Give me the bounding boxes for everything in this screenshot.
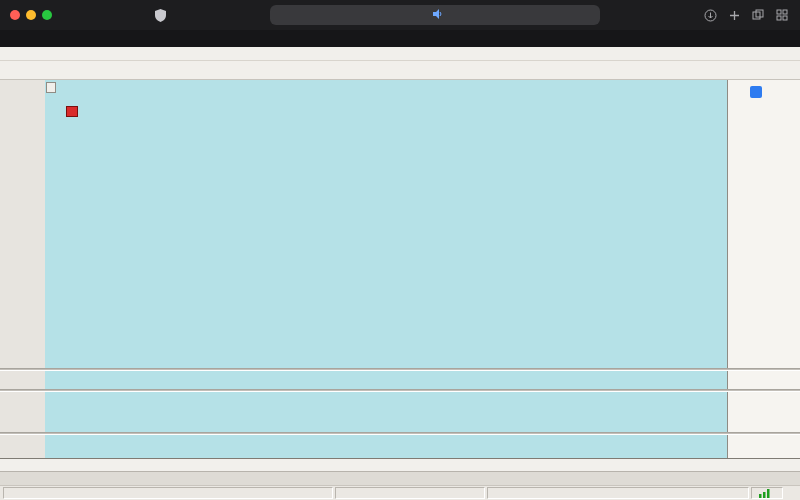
status-bar	[0, 485, 800, 500]
main-chart[interactable]	[45, 80, 727, 368]
downloads-icon[interactable]	[702, 7, 718, 23]
minimize-window-button[interactable]	[26, 10, 36, 20]
tab-overview-icon[interactable]	[774, 7, 790, 23]
connection-bars-icon	[759, 489, 771, 498]
traffic-lights	[10, 10, 52, 20]
time-axis	[0, 458, 800, 471]
chart-tabs-bar	[0, 471, 800, 485]
address-bar[interactable]	[270, 5, 600, 25]
zoom-window-button[interactable]	[42, 10, 52, 20]
zigzag-window[interactable]	[45, 371, 727, 389]
browser-chrome	[0, 0, 800, 30]
duplicate-tab-icon[interactable]	[750, 7, 766, 23]
screen	[0, 0, 800, 500]
status-connection	[751, 487, 783, 499]
rsi-axis	[727, 392, 800, 432]
shield-icon	[152, 7, 168, 23]
tab-strip	[0, 30, 800, 47]
rsi-window[interactable]	[45, 392, 727, 432]
close-window-button[interactable]	[10, 10, 20, 20]
pressure-window[interactable]	[45, 435, 727, 458]
audio-playing-icon[interactable]	[433, 9, 443, 21]
price-axis	[727, 80, 800, 368]
show-button[interactable]	[750, 86, 762, 98]
zigzag-axis	[727, 371, 800, 389]
pressure-axis	[727, 435, 800, 458]
status-help-text	[3, 487, 333, 499]
c12-badge[interactable]	[66, 106, 78, 117]
toolbar	[0, 61, 800, 80]
status-template-text	[335, 487, 485, 499]
chart-title-tab[interactable]	[46, 82, 56, 93]
new-tab-icon[interactable]	[726, 7, 742, 23]
menu-bar	[0, 47, 800, 61]
status-spacer	[487, 487, 749, 499]
